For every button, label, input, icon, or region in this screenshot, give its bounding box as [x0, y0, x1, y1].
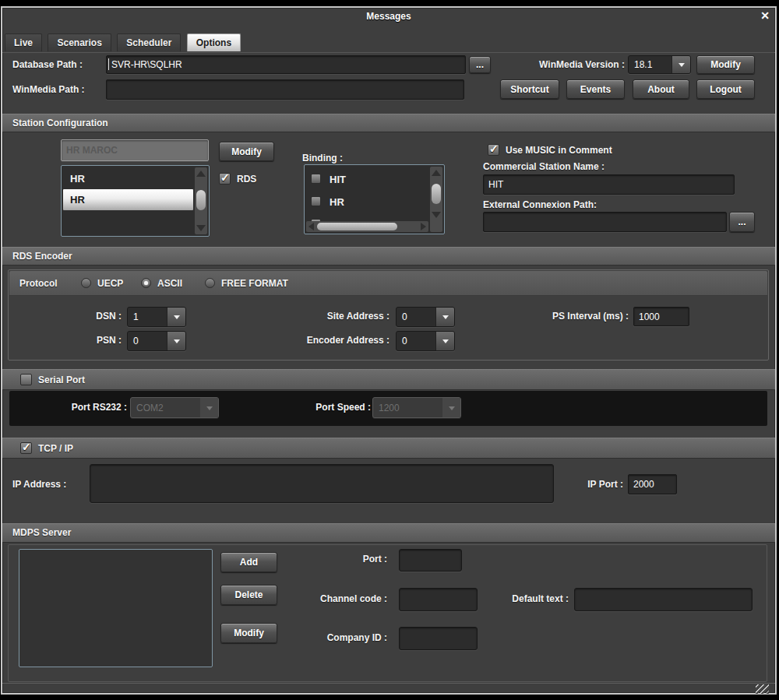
port-speed-value: 1200: [379, 403, 400, 413]
arrow-down-icon[interactable]: [432, 212, 441, 218]
events-button[interactable]: Events: [566, 79, 625, 99]
serial-port-header: Serial Port: [2, 369, 775, 390]
list-item-binding-hr[interactable]: HR: [306, 192, 428, 213]
mdps-delete-button[interactable]: Delete: [220, 585, 277, 605]
rds-encoder-title: RDS Encoder: [12, 251, 72, 262]
psn-label: PSN :: [70, 335, 122, 346]
port-rs232-select: COM2: [130, 397, 219, 418]
binding-label: Binding :: [302, 153, 343, 164]
binding-checkbox[interactable]: [311, 174, 321, 184]
arrow-right-icon[interactable]: [421, 223, 426, 230]
channel-code-input[interactable]: [399, 588, 478, 611]
mdps-server-list[interactable]: [19, 549, 213, 667]
mdps-add-button[interactable]: Add: [220, 552, 277, 572]
psn-select[interactable]: 0: [127, 331, 186, 351]
port-rs232-label: Port RS232 :: [47, 402, 127, 413]
binding-checkbox[interactable]: [311, 196, 321, 206]
scrollbar-thumb[interactable]: [317, 223, 397, 230]
tab-scenarios[interactable]: Scenarios: [48, 33, 111, 51]
tab-live[interactable]: Live: [5, 33, 42, 51]
serial-port-checkbox[interactable]: [20, 374, 32, 385]
winmedia-version-label: WinMedia Version :: [514, 59, 625, 70]
binding-list[interactable]: HIT HR HR MAROC: [304, 164, 445, 234]
title-bar[interactable]: Messages ✕: [2, 8, 775, 26]
binding-hscrollbar[interactable]: [306, 221, 428, 232]
site-address-select[interactable]: 0: [396, 307, 455, 327]
external-path-browse-button[interactable]: ...: [729, 212, 755, 232]
station-configuration-title: Station Configuration: [12, 118, 108, 128]
ip-address-input[interactable]: [90, 464, 554, 503]
binding-vscrollbar[interactable]: [430, 167, 442, 232]
list-item-station-2[interactable]: HR: [63, 189, 193, 210]
radio-free-format-label: FREE FORMAT: [221, 278, 288, 289]
site-address-label: Site Address :: [300, 311, 390, 322]
resize-grip-icon[interactable]: [756, 684, 769, 694]
chevron-down-icon[interactable]: [167, 332, 185, 350]
radio-uecp-label: UECP: [97, 278, 123, 289]
tcp-ip-header: TCP / IP: [2, 438, 775, 459]
chevron-down-icon[interactable]: [435, 308, 454, 326]
default-text-label: Default text :: [499, 593, 569, 604]
tcp-ip-label: TCP / IP: [38, 443, 73, 454]
winmedia-version-value: 18.1: [634, 59, 652, 70]
shortcut-button[interactable]: Shortcut: [500, 79, 559, 99]
encoder-address-select[interactable]: 0: [396, 331, 455, 351]
database-path-browse-button[interactable]: ...: [469, 56, 491, 73]
station-name-input: [61, 139, 209, 161]
station-list-scrollbar[interactable]: [195, 167, 207, 234]
tab-options[interactable]: Options: [187, 33, 241, 51]
commercial-station-label: Commercial Station Name :: [483, 161, 605, 172]
arrow-down-icon[interactable]: [196, 225, 206, 231]
list-item-station-1[interactable]: HR: [63, 168, 193, 189]
arrow-left-icon[interactable]: [308, 223, 314, 230]
radio-uecp[interactable]: [81, 278, 91, 288]
database-path-input[interactable]: [106, 55, 466, 74]
station-list[interactable]: HR HR: [61, 165, 210, 237]
ps-interval-input[interactable]: [633, 307, 689, 326]
chevron-down-icon: [199, 398, 218, 417]
scrollbar-thumb[interactable]: [432, 184, 441, 204]
modify-version-button[interactable]: Modify: [696, 55, 755, 74]
ip-port-input[interactable]: [628, 474, 677, 494]
scrollbar-thumb[interactable]: [196, 190, 206, 210]
company-id-label: Company ID :: [296, 632, 387, 643]
winmedia-version-select[interactable]: 18.1: [628, 55, 691, 74]
chevron-down-icon[interactable]: [435, 332, 454, 350]
commercial-station-input[interactable]: [483, 174, 735, 195]
chevron-down-icon[interactable]: [671, 56, 690, 73]
binding-item-label: HR: [330, 196, 344, 208]
radio-ascii[interactable]: [141, 278, 151, 288]
mdps-modify-button[interactable]: Modify: [220, 623, 277, 643]
external-path-label: External Connexion Path:: [483, 199, 597, 210]
tab-scheduler[interactable]: Scheduler: [117, 33, 181, 51]
mdps-server-header: MDPS Server: [2, 523, 775, 543]
station-modify-button[interactable]: Modify: [219, 142, 274, 161]
radio-free-format[interactable]: [205, 278, 215, 288]
external-path-input[interactable]: [483, 212, 727, 232]
port-rs232-value: COM2: [136, 403, 164, 413]
chevron-down-icon[interactable]: [167, 308, 185, 326]
winmedia-path-input[interactable]: [106, 79, 464, 100]
close-icon[interactable]: ✕: [760, 9, 770, 22]
window-title: Messages: [2, 11, 775, 22]
mdps-port-input[interactable]: [399, 549, 462, 572]
arrow-up-icon[interactable]: [196, 171, 206, 177]
status-bar-divider: [2, 683, 775, 684]
dsn-select[interactable]: 1: [127, 307, 186, 327]
binding-item-label: HIT: [330, 174, 346, 185]
use-music-checkbox[interactable]: [488, 144, 499, 156]
logout-button[interactable]: Logout: [696, 79, 755, 99]
about-button[interactable]: About: [633, 79, 689, 99]
arrow-up-icon[interactable]: [432, 170, 441, 176]
port-speed-select: 1200: [372, 397, 461, 418]
winmedia-path-label: WinMedia Path :: [12, 84, 85, 95]
tcp-ip-checkbox[interactable]: [20, 442, 32, 454]
channel-code-label: Channel code :: [296, 593, 387, 604]
rds-checkbox[interactable]: [219, 173, 231, 185]
list-item-binding-hit[interactable]: HIT: [306, 170, 428, 190]
protocol-label: Protocol: [19, 278, 58, 289]
company-id-input[interactable]: [399, 627, 478, 650]
rds-encoder-header: RDS Encoder: [2, 247, 775, 266]
site-address-value: 0: [402, 311, 407, 322]
default-text-input[interactable]: [574, 588, 753, 611]
